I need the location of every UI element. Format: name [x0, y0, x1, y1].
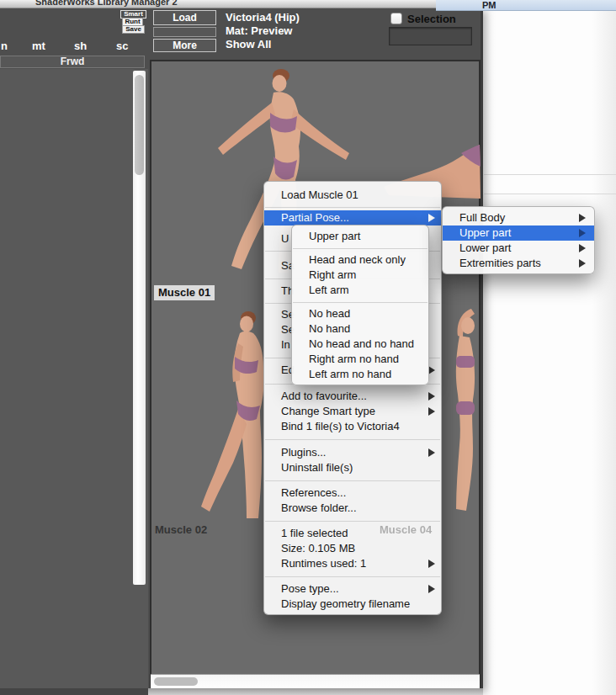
- thumbnail-label-muscle-01: Muscle 01: [154, 285, 215, 300]
- window-bottom-edge: [0, 688, 148, 695]
- menu-separator: [265, 576, 440, 577]
- submenu-item-lower-part[interactable]: Lower part: [443, 241, 594, 256]
- window-bottom-edge: [148, 688, 483, 695]
- menu-item-pose-type[interactable]: Pose type...: [264, 581, 441, 597]
- submenu-item-right-arm[interactable]: Right arm: [292, 268, 428, 283]
- menu-item-references[interactable]: References...: [264, 485, 441, 501]
- forward-button[interactable]: Frwd: [0, 56, 145, 68]
- submenu-arrow-icon: [579, 244, 586, 252]
- vertical-scrollbar-thumb[interactable]: [135, 75, 144, 175]
- partial-pose-submenu: Upper part Head and neck only Right arm …: [291, 225, 429, 385]
- submenu-arrow-icon: [428, 392, 435, 401]
- selected-figure-label: Victoria4 (Hip): [226, 11, 300, 24]
- menu-item-browse-folder[interactable]: Browse folder...: [264, 501, 441, 516]
- submenu-item-extremities-parts[interactable]: Extremities parts: [443, 256, 594, 271]
- submenu-item-head-and-neck-only[interactable]: Head and neck only: [292, 252, 428, 268]
- submenu-arrow-icon: [428, 448, 435, 457]
- tab-mt[interactable]: mt: [32, 40, 45, 52]
- menu-item-bind-files[interactable]: Bind 1 file(s) to Victoria4: [264, 419, 441, 434]
- menu-separator: [265, 439, 440, 440]
- submenu-arrow-icon: [428, 214, 435, 222]
- background-window: [483, 11, 616, 695]
- menu-info-file-selected: 1 file selected: [264, 526, 441, 541]
- filter-input[interactable]: [389, 27, 472, 45]
- submenu-arrow-icon: [428, 366, 435, 374]
- menu-item-change-smart-type[interactable]: Change Smart type: [264, 404, 441, 419]
- tab-sc[interactable]: sc: [116, 40, 128, 52]
- save-button[interactable]: Save: [122, 25, 145, 34]
- submenu-item-right-arm-no-hand[interactable]: Right arm no hand: [292, 352, 428, 367]
- menu-separator: [293, 248, 427, 249]
- load-button[interactable]: Load: [153, 10, 216, 25]
- screen: ShaderWorks Library Manager 2 PM Smart R…: [0, 0, 616, 695]
- background-divider: [484, 194, 616, 194]
- menu-item-uninstall-files[interactable]: Uninstall file(s): [264, 460, 441, 475]
- blank-button[interactable]: [153, 27, 216, 37]
- selection-checkbox[interactable]: [390, 13, 402, 24]
- menu-item-partial-pose[interactable]: Partial Pose...: [264, 210, 441, 225]
- menubar-clock[interactable]: PM: [482, 0, 497, 10]
- show-all-label: Show All: [226, 38, 271, 50]
- submenu-item-upper-part[interactable]: Upper part: [292, 229, 428, 244]
- menu-separator: [265, 207, 440, 208]
- body-parts-submenu: Full Body Upper part Lower part Extremit…: [442, 206, 595, 274]
- figure-thumbnail-right[interactable]: [449, 307, 481, 517]
- menu-item-add-to-favourite[interactable]: Add to favourite...: [264, 389, 441, 404]
- menu-separator: [293, 302, 427, 303]
- thumbnail-label-muscle-02: Muscle 02: [155, 523, 207, 537]
- submenu-item-no-head[interactable]: No head: [292, 306, 428, 321]
- material-mode-label: Mat: Preview: [226, 24, 292, 37]
- submenu-arrow-icon: [428, 585, 435, 593]
- submenu-arrow-icon: [579, 214, 586, 222]
- submenu-item-left-arm[interactable]: Left arm: [292, 283, 428, 298]
- window-titlebar: ShaderWorks Library Manager 2: [0, 0, 436, 8]
- menu-info-size: Size: 0.105 MB: [264, 541, 441, 556]
- horizontal-scrollbar-track[interactable]: [151, 674, 480, 688]
- more-button[interactable]: More: [153, 39, 216, 52]
- submenu-item-upper-part-selected[interactable]: Upper part: [443, 225, 594, 241]
- submenu-item-no-head-and-no-hand[interactable]: No head and no hand: [292, 337, 428, 352]
- menu-separator: [265, 480, 440, 481]
- menu-bar: PM: [436, 0, 616, 11]
- menu-separator: [265, 521, 440, 522]
- left-panel: [0, 69, 148, 688]
- tab-sh[interactable]: sh: [74, 40, 87, 52]
- submenu-item-left-arm-no-hand[interactable]: Left arm no hand: [292, 367, 428, 382]
- tab-n[interactable]: n: [1, 40, 8, 52]
- horizontal-scrollbar-thumb[interactable]: [154, 677, 198, 686]
- submenu-item-full-body[interactable]: Full Body: [443, 210, 594, 225]
- submenu-arrow-icon: [428, 407, 435, 416]
- menu-item-runtimes-used[interactable]: Runtimes used: 1: [264, 556, 441, 571]
- background-divider: [484, 174, 616, 175]
- submenu-item-no-hand[interactable]: No hand: [292, 321, 428, 337]
- menu-item-load-muscle-01[interactable]: Load Muscle 01: [264, 188, 441, 203]
- menu-item-plugins[interactable]: Plugins...: [264, 445, 441, 460]
- menu-item-display-geometry-filename[interactable]: Display geometry filename: [264, 597, 441, 612]
- window-title: ShaderWorks Library Manager 2: [35, 0, 436, 7]
- submenu-arrow-icon: [579, 229, 586, 237]
- selection-checkbox-label: Selection: [407, 13, 456, 25]
- submenu-arrow-icon: [428, 560, 435, 568]
- submenu-arrow-icon: [579, 259, 586, 268]
